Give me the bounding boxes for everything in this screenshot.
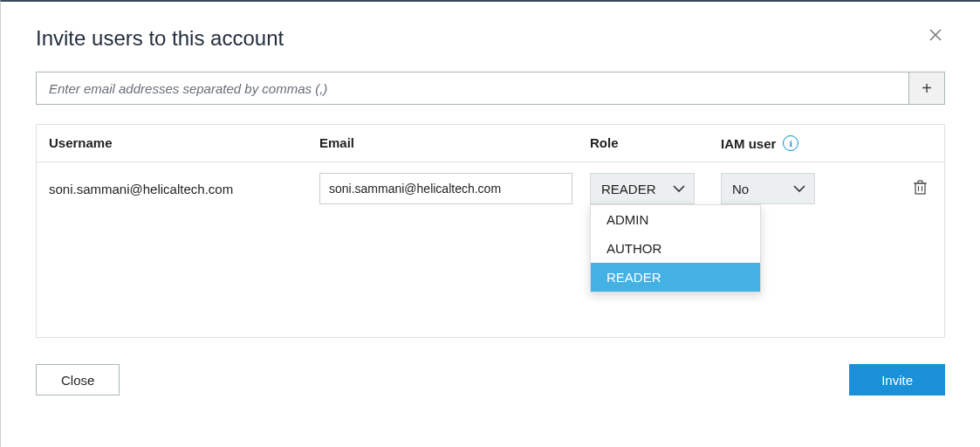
column-header-iam-label: IAM user bbox=[721, 136, 776, 151]
iam-select-value: No bbox=[732, 182, 749, 196]
table-row: soni.sammani@helicaltech.com READER No bbox=[37, 162, 944, 215]
column-header-iam: IAM user i bbox=[721, 135, 878, 151]
iam-select[interactable]: No bbox=[721, 173, 815, 204]
table-body: soni.sammani@helicaltech.com READER No bbox=[37, 162, 944, 337]
email-add-row: + bbox=[36, 72, 945, 105]
cell-iam: No bbox=[721, 173, 878, 204]
users-table: Username Email Role IAM user i soni.samm… bbox=[36, 124, 945, 338]
dialog-footer: Close Invite bbox=[36, 364, 945, 395]
add-email-button[interactable]: + bbox=[908, 72, 945, 105]
column-header-role: Role bbox=[590, 135, 721, 151]
column-header-email: Email bbox=[319, 135, 590, 151]
svg-rect-0 bbox=[915, 183, 925, 194]
cell-email bbox=[319, 173, 590, 204]
role-option-author[interactable]: AUTHOR bbox=[591, 234, 760, 263]
role-select-value: READER bbox=[601, 182, 656, 196]
column-header-actions bbox=[878, 135, 932, 151]
role-select[interactable]: READER bbox=[590, 173, 695, 204]
chevron-down-icon bbox=[793, 185, 805, 193]
cell-role: READER bbox=[590, 173, 721, 204]
info-icon[interactable]: i bbox=[783, 135, 798, 151]
cell-actions bbox=[878, 180, 932, 198]
dialog-title: Invite users to this account bbox=[36, 26, 945, 51]
invite-button[interactable]: Invite bbox=[849, 364, 945, 395]
email-addresses-input[interactable] bbox=[36, 72, 908, 105]
role-dropdown: ADMIN AUTHOR READER bbox=[590, 204, 761, 292]
chevron-down-icon bbox=[673, 185, 685, 193]
close-button[interactable]: Close bbox=[36, 364, 120, 395]
cell-username: soni.sammani@helicaltech.com bbox=[49, 182, 319, 196]
role-option-reader[interactable]: READER bbox=[591, 263, 760, 292]
delete-row-icon[interactable] bbox=[914, 180, 927, 195]
role-option-admin[interactable]: ADMIN bbox=[591, 205, 760, 234]
close-icon[interactable] bbox=[929, 28, 942, 44]
row-email-input[interactable] bbox=[319, 173, 572, 204]
column-header-username: Username bbox=[49, 135, 319, 151]
table-header: Username Email Role IAM user i bbox=[37, 125, 944, 162]
invite-users-dialog: Invite users to this account + Username … bbox=[1, 2, 980, 416]
